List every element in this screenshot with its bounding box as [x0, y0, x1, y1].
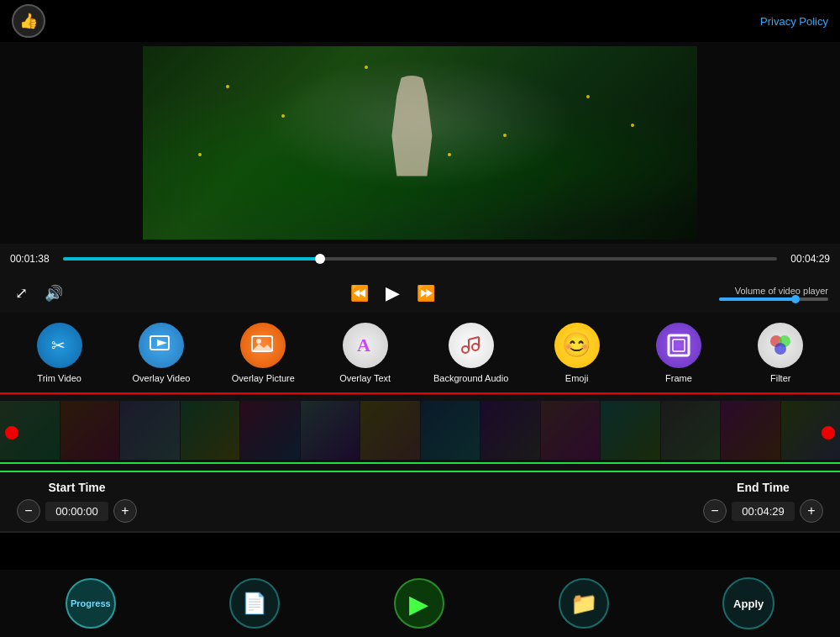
controls-row: ⤢ 🔊 ⏪ ▶ ⏩ Volume of video player [0, 274, 840, 313]
timeline-frame [360, 401, 420, 460]
play-button[interactable]: ▶ [382, 279, 403, 308]
svg-rect-12 [669, 335, 689, 355]
sparkle [226, 85, 229, 88]
svg-rect-13 [673, 340, 685, 351]
bottom-bar: Progress 📄 ▶ 📁 Apply [0, 570, 840, 637]
tool-background-audio[interactable]: Background Audio [433, 323, 508, 383]
expand-button[interactable]: ⤢ [12, 281, 31, 306]
timeline-strip [0, 401, 840, 460]
apply-button[interactable]: Apply [722, 577, 774, 629]
sparkle [448, 153, 451, 156]
svg-point-8 [472, 344, 479, 350]
end-time-increase[interactable]: + [800, 499, 823, 523]
play-pause-button[interactable]: ▶ [394, 578, 444, 629]
svg-marker-5 [252, 344, 274, 351]
timeline-frame [541, 401, 601, 460]
media-button[interactable]: 📄 [229, 578, 280, 629]
end-time-decrease[interactable]: − [703, 499, 727, 523]
rewind-button[interactable]: ⏪ [347, 281, 372, 306]
tool-overlay-text[interactable]: AOverlay Text [332, 323, 399, 383]
timeline-frame [661, 401, 721, 460]
start-time-controls: − 00:00:00 + [17, 499, 137, 523]
video-preview [143, 46, 697, 240]
timeline-left-handle[interactable] [5, 426, 18, 440]
progress-bar[interactable] [63, 257, 777, 261]
timeline-frame [421, 401, 480, 460]
progress-thumb[interactable] [315, 254, 325, 264]
tool-label-overlay-video: Overlay Video [133, 373, 191, 383]
progress-section: 00:01:38 00:04:29 [0, 244, 840, 274]
timeline-section [0, 392, 840, 472]
tool-frame[interactable]: Frame [645, 323, 712, 383]
volume-thumb[interactable] [791, 295, 800, 303]
volume-slider[interactable] [719, 297, 828, 301]
tool-label-frame: Frame [665, 373, 692, 383]
progress-button[interactable]: Progress [66, 578, 116, 629]
timeline-frame [480, 401, 540, 460]
divider [0, 531, 840, 533]
tool-label-emoji: Emoji [565, 373, 589, 383]
tool-icon-emoji: 😊 [554, 323, 600, 368]
timeline-right-handle[interactable] [822, 426, 835, 440]
tool-filter[interactable]: Filter [747, 323, 814, 383]
tool-icon-overlay-picture [240, 323, 286, 368]
time-section: Start Time − 00:00:00 + End Time − 00:04… [0, 472, 840, 531]
timeline-frame [181, 401, 240, 460]
end-time-label: End Time [737, 481, 790, 494]
privacy-policy-link[interactable]: Privacy Policy [760, 15, 828, 28]
timeline-frame [301, 401, 360, 460]
folder-button[interactable]: 📁 [559, 578, 609, 629]
timeline-frame [120, 401, 180, 460]
sparkle [586, 95, 590, 98]
tools-row: ✂Trim VideoOverlay VideoOverlay PictureA… [0, 313, 840, 392]
tool-emoji[interactable]: 😊Emoji [543, 323, 611, 383]
sparkle [281, 114, 285, 118]
start-time-increase[interactable]: + [113, 499, 137, 523]
like-button[interactable]: 👍 [12, 4, 45, 38]
end-time-group: End Time − 00:04:29 + [703, 481, 823, 523]
timeline-frame [60, 401, 120, 460]
tool-trim-video[interactable]: ✂Trim Video [26, 323, 93, 383]
tool-icon-frame [656, 323, 701, 368]
svg-point-7 [462, 346, 469, 353]
start-time-label: Start Time [48, 481, 105, 494]
top-bar: 👍 Privacy Policy [0, 0, 840, 42]
end-time-value: 00:04:29 [732, 502, 795, 521]
forward-button[interactable]: ⏩ [413, 281, 438, 306]
svg-point-16 [774, 343, 786, 355]
video-area [0, 42, 840, 244]
progress-fill [63, 257, 320, 261]
timeline-green-line [0, 462, 840, 464]
tool-label-filter: Filter [770, 373, 790, 383]
progress-button-label: Progress [71, 598, 111, 608]
svg-text:A: A [357, 334, 370, 355]
sparkle [503, 134, 507, 137]
start-time-value: 00:00:00 [45, 502, 108, 521]
timeline-frame [601, 401, 660, 460]
sparkle [365, 66, 368, 69]
tool-icon-background-audio [449, 323, 494, 368]
end-time: 00:04:29 [784, 253, 830, 265]
play-icon: ▶ [409, 589, 428, 619]
tool-label-trim-video: Trim Video [37, 373, 81, 383]
tool-label-overlay-text: Overlay Text [339, 373, 391, 383]
start-time-decrease[interactable]: − [17, 499, 40, 523]
svg-marker-2 [157, 340, 167, 346]
tool-icon-filter [758, 323, 803, 368]
tool-overlay-picture[interactable]: Overlay Picture [229, 323, 297, 383]
svg-line-11 [469, 337, 479, 340]
folder-icon: 📁 [570, 591, 597, 617]
tool-icon-trim-video: ✂ [37, 323, 82, 368]
svg-text:✂: ✂ [51, 336, 66, 355]
current-time: 00:01:38 [10, 253, 56, 265]
volume-button[interactable]: 🔊 [41, 281, 66, 306]
tool-label-background-audio: Background Audio [433, 373, 508, 383]
tool-label-overlay-picture: Overlay Picture [232, 373, 295, 383]
end-time-controls: − 00:04:29 + [703, 499, 823, 523]
tool-overlay-video[interactable]: Overlay Video [128, 323, 195, 383]
apply-label: Apply [733, 598, 764, 610]
timeline-frame [240, 401, 300, 460]
svg-point-4 [256, 339, 261, 344]
tool-icon-overlay-text: A [343, 323, 388, 368]
start-time-group: Start Time − 00:00:00 + [17, 481, 137, 523]
